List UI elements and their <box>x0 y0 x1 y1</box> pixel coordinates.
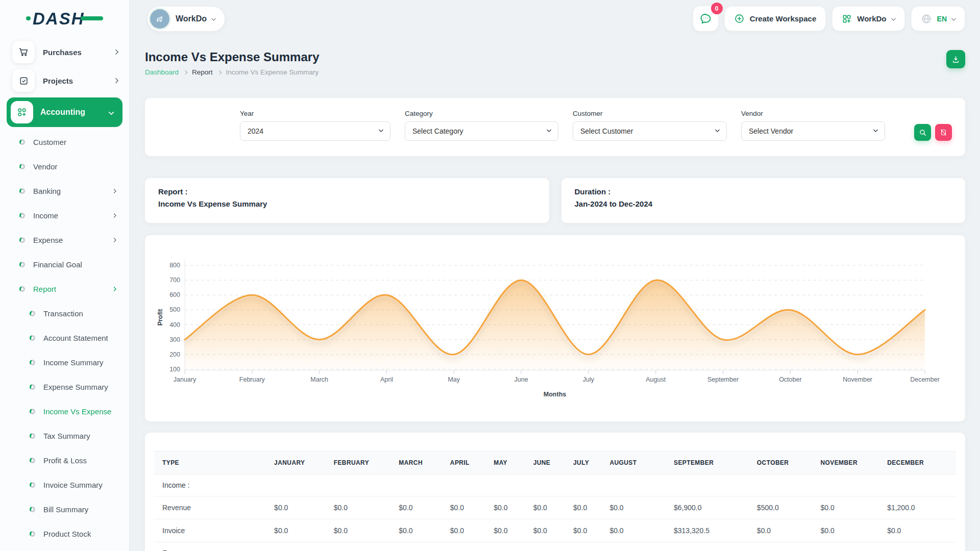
workspace-name: WorkDo <box>176 14 207 23</box>
table-body: Income :Revenue$0.0$0.0$0.0$0.0$0.0$0.0$… <box>154 474 956 551</box>
bullet-icon <box>30 482 35 488</box>
breadcrumb-dashboard[interactable]: Dashboard <box>145 68 179 76</box>
svg-text:Months: Months <box>544 391 566 398</box>
search-icon <box>919 129 927 137</box>
sidebar-item-purchases[interactable]: Purchases <box>0 38 129 66</box>
sidebar-item-income-summary[interactable]: Income Summary <box>0 350 129 374</box>
column-header: MARCH <box>390 452 442 474</box>
clear-filter-icon <box>940 129 947 136</box>
chevron-right-icon <box>112 213 117 218</box>
svg-text:Profit: Profit <box>157 309 164 325</box>
year-select[interactable]: 2024 <box>240 121 390 141</box>
logo-accent-bar <box>81 16 103 20</box>
workdo-dropdown[interactable]: WorkDo <box>832 6 904 31</box>
table-section-row: Income : <box>154 474 956 496</box>
messages-button[interactable]: 0 <box>693 6 718 31</box>
sidebar-item-account-statement[interactable]: Account Statement <box>0 325 129 350</box>
svg-text:600: 600 <box>169 291 180 298</box>
sidebar-item-projects[interactable]: Projects <box>0 66 129 95</box>
sidebar-item-income[interactable]: Income <box>0 203 129 228</box>
table-section-row: Expense : <box>154 542 956 551</box>
sidebar-item-income-vs-expense[interactable]: Income Vs Expense <box>0 399 129 423</box>
svg-text:400: 400 <box>169 321 180 329</box>
svg-text:May: May <box>448 376 460 383</box>
svg-text:300: 300 <box>169 336 180 343</box>
sidebar-item-cash-flow[interactable]: Cash Flow <box>0 546 129 551</box>
svg-text:September: September <box>707 376 739 383</box>
page-title: Income Vs Expense Summary <box>145 50 319 64</box>
table-row: Revenue$0.0$0.0$0.0$0.0$0.0$0.0$0.0$0.0$… <box>154 496 956 519</box>
profit-chart-card: 100200300400500600700800JanuaryFebruaryM… <box>145 235 965 421</box>
chevron-right-icon <box>112 188 117 193</box>
income-expense-table-card: TYPEJANUARYFEBRUARYMARCHAPRILMAYJUNEJULY… <box>145 433 965 551</box>
table-row: Invoice$0.0$0.0$0.0$0.0$0.0$0.0$0.0$0.0$… <box>154 519 956 542</box>
sidebar-item-tax-summary[interactable]: Tax Summary <box>0 423 129 448</box>
apply-filter-button[interactable] <box>914 124 931 141</box>
bullet-icon <box>19 237 25 243</box>
vendor-select[interactable]: Select Vendor <box>741 121 885 141</box>
breadcrumb-report[interactable]: Report <box>192 68 213 76</box>
column-header: DECEMBER <box>879 452 956 474</box>
create-workspace-button[interactable]: Create Workspace <box>724 6 826 31</box>
chevron-down-icon <box>891 16 896 21</box>
bullet-icon <box>30 433 35 439</box>
workspace-avatar <box>150 9 169 29</box>
app-logo[interactable]: DASH <box>0 0 129 38</box>
bullet-icon <box>30 384 35 390</box>
bullet-icon <box>19 188 25 194</box>
sidebar-item-product-stock[interactable]: Product Stock <box>0 521 129 546</box>
svg-text:December: December <box>910 376 940 383</box>
accounting-grid-icon <box>11 101 33 123</box>
bullet-icon <box>19 262 25 267</box>
chevron-down-icon <box>108 109 114 115</box>
column-header: SEPTEMBER <box>666 452 749 474</box>
sidebar-item-customer[interactable]: Customer <box>0 130 129 154</box>
download-button[interactable] <box>946 50 965 68</box>
plus-circle-icon <box>734 13 745 24</box>
svg-text:August: August <box>646 376 666 383</box>
download-icon <box>951 55 960 64</box>
sidebar-item-expense[interactable]: Expense <box>0 228 129 252</box>
svg-text:March: March <box>310 376 328 383</box>
bullet-icon <box>19 164 25 169</box>
sidebar-item-accounting[interactable]: Accounting <box>7 97 122 127</box>
duration-card-title: Duration : <box>575 187 952 196</box>
category-select[interactable]: Select Category <box>405 121 558 141</box>
svg-text:100: 100 <box>169 366 180 373</box>
chevron-right-icon <box>112 286 117 291</box>
sidebar-item-bill-summary[interactable]: Bill Summary <box>0 497 129 521</box>
column-header: JULY <box>565 452 601 474</box>
sidebar-item-transaction[interactable]: Transaction <box>0 301 129 325</box>
customer-select[interactable]: Select Customer <box>573 121 727 141</box>
duration-card-value: Jan-2024 to Dec-2024 <box>575 199 952 208</box>
column-header: AUGUST <box>601 452 666 474</box>
column-header: TYPE <box>154 452 266 474</box>
svg-text:January: January <box>174 376 197 383</box>
workspace-selector[interactable]: WorkDo <box>148 7 225 31</box>
year-label: Year <box>240 110 390 117</box>
sidebar-item-banking[interactable]: Banking <box>0 179 129 203</box>
language-dropdown[interactable]: EN <box>911 6 965 31</box>
category-label: Category <box>405 110 558 117</box>
sidebar-item-vendor[interactable]: Vendor <box>0 154 129 179</box>
sidebar-item-expense-summary[interactable]: Expense Summary <box>0 374 129 399</box>
sidebar-item-report[interactable]: Report <box>0 277 129 301</box>
sidebar-item-financial-goal[interactable]: Financial Goal <box>0 252 129 277</box>
table-header-row: TYPEJANUARYFEBRUARYMARCHAPRILMAYJUNEJULY… <box>154 452 956 474</box>
column-header: NOVEMBER <box>812 452 879 474</box>
grid-plus-icon <box>842 14 852 24</box>
column-header: JUNE <box>525 452 565 474</box>
svg-text:July: July <box>583 376 595 383</box>
column-header: OCTOBER <box>749 452 813 474</box>
breadcrumb: Dashboard Report Income Vs Expense Summa… <box>145 68 319 76</box>
reset-filter-button[interactable] <box>935 124 952 141</box>
chevron-down-icon <box>951 16 957 21</box>
report-card-value: Income Vs Expense Summary <box>158 199 536 208</box>
svg-text:200: 200 <box>169 351 180 358</box>
sidebar-item-profit-loss[interactable]: Profit & Loss <box>0 448 129 472</box>
sidebar-item-invoice-summary[interactable]: Invoice Summary <box>0 472 129 497</box>
logo-text: DASH <box>33 9 85 28</box>
vendor-label: Vendor <box>741 110 885 117</box>
income-expense-table: TYPEJANUARYFEBRUARYMARCHAPRILMAYJUNEJULY… <box>154 451 956 551</box>
bullet-icon <box>30 409 35 414</box>
